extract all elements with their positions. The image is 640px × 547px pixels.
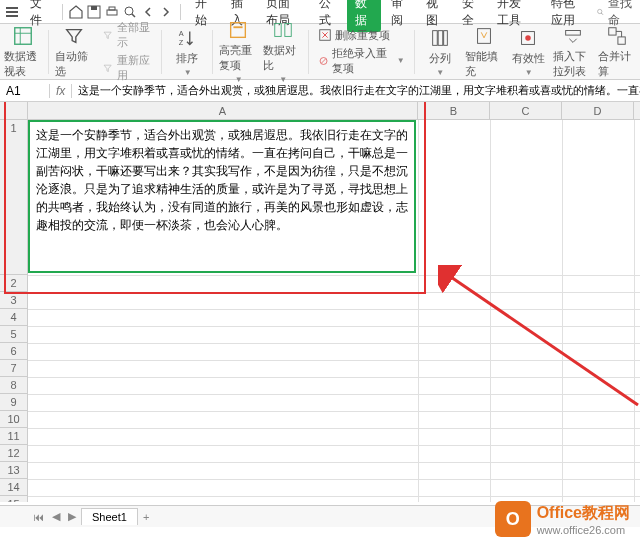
row-header[interactable]: 13 xyxy=(0,462,27,479)
col-header-b[interactable]: B xyxy=(418,102,490,119)
svg-point-30 xyxy=(526,35,532,41)
sheet-nav-next[interactable]: ▶ xyxy=(65,510,79,523)
remove-dup-button[interactable]: 删除重复项 xyxy=(315,27,408,44)
svg-rect-27 xyxy=(443,30,447,45)
svg-line-10 xyxy=(601,13,603,15)
validation-label: 有效性 xyxy=(512,51,545,66)
insert-dropdown-button[interactable]: 插入下拉列表 xyxy=(553,25,591,79)
row-header[interactable]: 4 xyxy=(0,309,27,326)
row-header[interactable]: 8 xyxy=(0,377,27,394)
select-all-corner[interactable] xyxy=(0,102,28,119)
svg-line-34 xyxy=(448,275,638,405)
svg-point-9 xyxy=(597,9,601,13)
row-header[interactable]: 15 xyxy=(0,496,27,502)
divider xyxy=(180,4,181,20)
home-icon[interactable] xyxy=(68,2,84,22)
consolidate-label: 合并计算 xyxy=(598,49,636,79)
sort-label: 排序 xyxy=(176,51,198,66)
watermark: O Office教程网 www.office26.com xyxy=(495,501,630,537)
svg-line-24 xyxy=(321,58,325,62)
row-header[interactable]: 6 xyxy=(0,343,27,360)
showall-button[interactable]: 全部显示 xyxy=(99,19,155,51)
cells-grid[interactable]: 这是一个安静季节，适合外出观赏，或独居遐思。我依旧行走在文字的江湖里，用文字堆积… xyxy=(28,120,640,502)
svg-rect-25 xyxy=(432,30,437,45)
reapply-button[interactable]: 重新应用 xyxy=(99,52,155,84)
sheet-area: A B C D 1 2 3 4 5 6 7 8 9 10 11 12 13 14… xyxy=(0,102,640,502)
svg-rect-11 xyxy=(15,27,32,44)
flashfill-label: 智能填充 xyxy=(465,49,503,79)
row-headers: 1 2 3 4 5 6 7 8 9 10 11 12 13 14 15 xyxy=(0,120,28,502)
row-header[interactable]: 5 xyxy=(0,326,27,343)
row-header[interactable]: 10 xyxy=(0,411,27,428)
menu-icon[interactable] xyxy=(4,2,20,22)
row-header[interactable]: 9 xyxy=(0,394,27,411)
watermark-logo: O xyxy=(495,501,531,537)
sort-button[interactable]: AZ 排序▼ xyxy=(168,27,206,77)
svg-rect-5 xyxy=(107,10,117,15)
svg-rect-31 xyxy=(565,30,580,35)
pivot-label: 数据透视表 xyxy=(4,49,42,79)
svg-rect-26 xyxy=(438,30,443,45)
name-box[interactable]: A1 xyxy=(0,84,50,98)
pivot-table-button[interactable]: 数据透视表 xyxy=(4,25,42,79)
row-header[interactable]: 3 xyxy=(0,292,27,309)
svg-point-7 xyxy=(125,7,133,15)
svg-rect-4 xyxy=(91,6,97,10)
data-toolbar: 数据透视表 自动筛选 全部显示 重新应用 AZ 排序▼ 高亮重复项▼ 数据对比▼… xyxy=(0,24,640,80)
watermark-url: www.office26.com xyxy=(537,524,630,536)
svg-text:A: A xyxy=(179,29,184,38)
svg-rect-17 xyxy=(234,26,243,28)
svg-rect-33 xyxy=(618,36,625,43)
data-compare-label: 数据对比 xyxy=(263,43,301,73)
svg-rect-28 xyxy=(478,28,491,43)
row-header[interactable]: 2 xyxy=(0,275,27,292)
reject-dup-button[interactable]: 拒绝录入重复项▼ xyxy=(315,45,408,77)
sheet-nav-prev[interactable]: ◀ xyxy=(49,510,63,523)
col-header-c[interactable]: C xyxy=(490,102,562,119)
sheet-tab-1[interactable]: Sheet1 xyxy=(81,508,138,525)
redo-icon[interactable] xyxy=(158,2,174,22)
row-header[interactable]: 12 xyxy=(0,445,27,462)
svg-rect-6 xyxy=(109,7,115,10)
highlight-dup-label: 高亮重复项 xyxy=(219,43,257,73)
col-header-a[interactable]: A xyxy=(28,102,418,119)
row-header[interactable]: 7 xyxy=(0,360,27,377)
column-headers: A B C D xyxy=(0,102,640,120)
svg-rect-2 xyxy=(6,15,18,17)
annotation-arrow xyxy=(438,265,640,415)
text-to-columns-button[interactable]: 分列▼ xyxy=(421,27,459,77)
divider xyxy=(62,4,63,20)
svg-line-8 xyxy=(132,14,135,17)
formula-content[interactable]: 这是一个安静季节，适合外出观赏，或独居遐思。我依旧行走在文字的江湖里，用文字堆积… xyxy=(72,83,640,98)
texttocol-label: 分列 xyxy=(429,51,451,66)
row-header[interactable]: 14 xyxy=(0,479,27,496)
svg-rect-16 xyxy=(231,23,246,38)
add-sheet-button[interactable]: + xyxy=(140,511,152,523)
svg-text:Z: Z xyxy=(179,38,184,47)
data-compare-button[interactable]: 数据对比▼ xyxy=(263,19,301,84)
sheet-nav-first[interactable]: ⏮ xyxy=(30,511,47,523)
validation-button[interactable]: 有效性▼ xyxy=(509,27,547,77)
cell-a1[interactable]: 这是一个安静季节，适合外出观赏，或独居遐思。我依旧行走在文字的江湖里，用文字堆积… xyxy=(28,120,416,273)
svg-rect-1 xyxy=(6,11,18,13)
autofilter-label: 自动筛选 xyxy=(55,49,93,79)
fx-icon[interactable]: fx xyxy=(50,84,72,98)
reject-dup-label: 拒绝录入重复项 xyxy=(332,46,393,76)
row-header[interactable]: 11 xyxy=(0,428,27,445)
flash-fill-button[interactable]: 智能填充 xyxy=(465,25,503,79)
svg-rect-19 xyxy=(284,24,290,37)
row-header-1[interactable]: 1 xyxy=(0,120,27,275)
consolidate-button[interactable]: 合并计算 xyxy=(598,25,636,79)
watermark-title: Office教程网 xyxy=(537,503,630,524)
svg-rect-18 xyxy=(274,24,280,37)
col-header-d[interactable]: D xyxy=(562,102,634,119)
ribbon-tabs: 文件 开始 插入 页面布局 公式 数据 审阅 视图 安全 开发工具 特色应用 查… xyxy=(0,0,640,24)
autofilter-button[interactable]: 自动筛选 xyxy=(55,25,93,79)
highlight-dup-button[interactable]: 高亮重复项▼ xyxy=(219,19,257,84)
reapply-label: 重新应用 xyxy=(117,53,152,83)
formula-bar: A1 fx 这是一个安静季节，适合外出观赏，或独居遐思。我依旧行走在文字的江湖里… xyxy=(0,80,640,102)
showall-label: 全部显示 xyxy=(117,20,152,50)
svg-rect-32 xyxy=(609,27,616,34)
dropdown-label: 插入下拉列表 xyxy=(553,49,591,79)
remove-dup-label: 删除重复项 xyxy=(335,28,390,43)
